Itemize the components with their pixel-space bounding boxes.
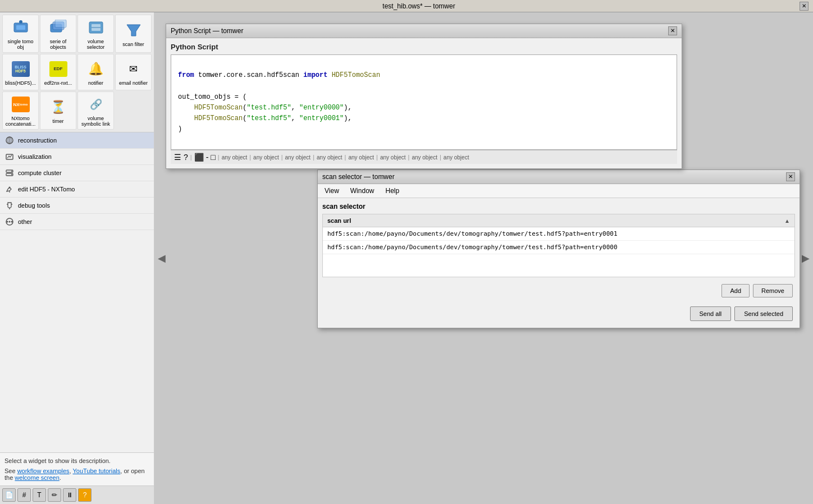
compute-cluster-icon xyxy=(4,168,15,178)
scan-selector-body: scan selector scan url ▲ hdf5:scan:/home… xyxy=(318,198,800,328)
widget-nxtomo-concat[interactable]: NXtomo NXtomo concatenati... xyxy=(2,91,39,130)
menu-window-item[interactable]: Window xyxy=(348,186,377,196)
visualization-icon xyxy=(4,152,15,162)
main-layout: single tomo obj serie of objects xyxy=(0,12,813,504)
svg-point-2 xyxy=(19,20,22,24)
bell-icon: 🔔 xyxy=(88,62,103,76)
help-btn[interactable]: ? xyxy=(78,488,92,502)
cls-call-1: HDF5TomoScan xyxy=(194,104,243,112)
symlink-icon: 🔗 xyxy=(90,98,102,111)
widget-grid: single tomo obj serie of objects xyxy=(0,12,154,132)
python-dialog-close-btn[interactable]: ✕ xyxy=(668,26,677,35)
svg-point-19 xyxy=(9,187,11,189)
scan-selector-send-actions: Send all Send selected xyxy=(322,304,795,323)
canvas-area: ◀ ▶ tomo_objs tomo_obj + data xyxy=(154,12,813,504)
description-links: See workflow examples, YouTube tutorials… xyxy=(4,468,149,481)
workflow-examples-link[interactable]: workflow examples xyxy=(17,468,70,474)
scan-table-empty-row xyxy=(323,254,794,277)
widget-notifier[interactable]: 🔔 notifier xyxy=(77,54,114,90)
kw-from: from xyxy=(178,71,194,79)
export-icon[interactable]: □ xyxy=(211,153,215,162)
widget-scan-filter[interactable]: scan filter xyxy=(115,15,152,53)
python-script-dialog: Python Script — tomwer ✕ Python Script f… xyxy=(166,24,682,169)
timer-icon: ⏳ xyxy=(51,100,66,114)
scan-selector-menubar: scan selector View Window Help xyxy=(318,184,800,198)
text-btn[interactable]: T xyxy=(33,488,46,502)
sidebar-item-debug-tools[interactable]: debug tools xyxy=(0,198,154,214)
scan-selector-dialog-titlebar: scan selector — tomwer ✕ xyxy=(318,170,800,184)
str-test-hdf5-1: "test.hdf5" xyxy=(246,104,291,112)
welcome-screen-link[interactable]: welcome screen xyxy=(15,474,59,481)
object-bar: ☰ ? | ⬛ - □ | any object | any object | … xyxy=(171,150,677,164)
scan-table-header: scan url ▲ xyxy=(323,214,794,227)
add-button[interactable]: Add xyxy=(721,284,750,297)
svg-point-26 xyxy=(11,221,13,223)
widget-edf2nx[interactable]: EDF edf2nx-nxt... xyxy=(40,54,76,90)
widget-single-tomo-obj[interactable]: single tomo obj xyxy=(2,15,39,53)
python-dialog-body: Python Script from tomwer.core.scan.hdf5… xyxy=(166,38,682,168)
svg-rect-5 xyxy=(55,20,66,28)
widget-email-notifier[interactable]: ✉ email notifier xyxy=(115,54,152,90)
svg-point-24 xyxy=(9,221,11,223)
grid-btn[interactable]: # xyxy=(17,488,31,502)
widget-bliss-hdf5[interactable]: BLISS HDF5 bliss(HDF5)... xyxy=(2,54,39,90)
python-dialog-titlebar: Python Script — tomwer ✕ xyxy=(166,24,682,38)
title-bar-text: test_hib.ows* — tomwer xyxy=(38,2,800,10)
svg-point-25 xyxy=(7,221,8,223)
str-test-hdf5-2: "test.hdf5" xyxy=(246,114,291,122)
edit-hdf5-icon xyxy=(4,184,15,194)
title-bar: test_hib.ows* — tomwer ✕ xyxy=(0,0,813,12)
send-selected-button[interactable]: Send selected xyxy=(734,306,793,321)
sidebar-item-other[interactable]: other xyxy=(0,214,154,230)
menu-icon[interactable]: ☰ xyxy=(174,153,181,162)
dash-icon[interactable]: - xyxy=(206,153,209,162)
scan-table-row-0[interactable]: hdf5:scan:/home/payno/Documents/dev/tomo… xyxy=(323,227,794,241)
help-icon[interactable]: ? xyxy=(184,153,188,162)
scan-selector-dialog: scan selector — tomwer ✕ scan selector V… xyxy=(317,169,800,328)
svg-rect-1 xyxy=(16,25,25,30)
widget-volume-selector[interactable]: volume selector xyxy=(77,15,114,53)
send-all-button[interactable]: Send all xyxy=(690,306,732,321)
title-bar-close-btn[interactable]: ✕ xyxy=(800,2,809,11)
sort-arrow[interactable]: ▲ xyxy=(784,218,790,224)
svg-marker-9 xyxy=(127,25,140,36)
python-dialog-section-title: Python Script xyxy=(171,43,677,51)
new-workflow-btn[interactable]: 📄 xyxy=(2,488,16,502)
sidebar-item-compute-cluster[interactable]: compute cluster xyxy=(0,165,154,181)
str-entry0001: "entry0001" xyxy=(299,114,344,122)
scan-table-row-1[interactable]: hdf5:scan:/home/payno/Documents/dev/tomo… xyxy=(323,241,794,254)
widget-volume-symbolic-link[interactable]: 🔗 volume symbolic link xyxy=(77,91,114,130)
remove-button[interactable]: Remove xyxy=(753,284,793,297)
str-entry0000: "entry0000" xyxy=(299,104,344,112)
category-list: reconstruction visualization xyxy=(0,132,154,452)
scan-selector-add-remove-actions: Add Remove xyxy=(322,282,795,300)
sidebar-item-edit-hdf5[interactable]: edit HDF5 - NXTomo xyxy=(0,181,154,198)
scan-url-table: scan url ▲ hdf5:scan:/home/payno/Documen… xyxy=(322,214,795,277)
sidebar-toolbar: 📄 # T ✏ ⏸ ? xyxy=(0,485,154,504)
scan-selector-title: scan selector xyxy=(322,203,795,210)
menu-help-item[interactable]: Help xyxy=(383,186,401,196)
edit-btn[interactable]: ✏ xyxy=(48,488,61,502)
widget-serie-of-objects[interactable]: serie of objects xyxy=(40,15,76,53)
sidebar: single tomo obj serie of objects xyxy=(0,12,154,504)
sidebar-item-visualization[interactable]: visualization xyxy=(0,149,154,165)
reconstruction-icon xyxy=(4,135,15,145)
description-area: Select a widget to show its description.… xyxy=(0,452,154,485)
widget-timer[interactable]: ⏳ timer xyxy=(40,91,76,130)
scan-selector-dialog-close-btn[interactable]: ✕ xyxy=(786,172,795,181)
youtube-tutorials-link[interactable]: YouTube tutorials xyxy=(72,468,120,474)
debug-tools-icon xyxy=(4,200,15,210)
kw-import: import xyxy=(303,71,327,79)
menu-view-item[interactable]: View xyxy=(322,186,341,196)
code-editor[interactable]: from tomwer.core.scan.hdf5scan import HD… xyxy=(171,54,677,150)
other-icon xyxy=(4,217,15,227)
sidebar-item-reconstruction[interactable]: reconstruction xyxy=(0,132,154,149)
import-icon[interactable]: ⬛ xyxy=(194,153,204,162)
svg-point-17 xyxy=(11,174,12,175)
pause-btn[interactable]: ⏸ xyxy=(63,488,76,502)
cls-call-2: HDF5TomoScan xyxy=(194,114,243,122)
cls-name-1: HDF5TomoScan xyxy=(332,71,380,79)
svg-point-16 xyxy=(11,171,12,172)
email-icon: ✉ xyxy=(129,63,138,75)
